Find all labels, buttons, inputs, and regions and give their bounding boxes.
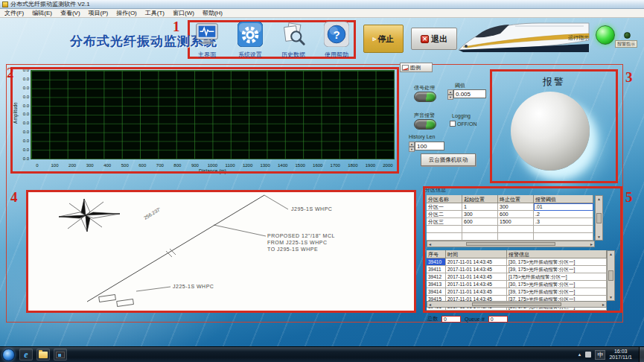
- menu-item[interactable]: 项目(P): [89, 9, 109, 17]
- window-title: 分布式光纤振动监测软件 V2.1: [10, 0, 90, 8]
- tray-status-icon[interactable]: [585, 352, 591, 358]
- tool-label: 历史数据: [281, 51, 305, 59]
- annotation-number-1: 1: [173, 19, 180, 35]
- logging-checkbox[interactable]: OFF/ON: [450, 121, 476, 127]
- main-screen-button[interactable]: 主界面: [190, 22, 224, 57]
- logging-label: Logging: [452, 113, 471, 118]
- system-tray: ▲ 中 16:03 2017/11/1: [577, 347, 644, 362]
- annotation-number-4: 4: [10, 189, 18, 206]
- language-indicator[interactable]: 中: [595, 350, 605, 360]
- count-label: 总数: [427, 315, 438, 323]
- menu-bar: 文件(F)编辑(E)查看(V)项目(P)操作(O)工具(T)窗口(W)帮助(H): [0, 9, 644, 18]
- menu-item[interactable]: 操作(O): [116, 9, 137, 17]
- tool-label: 使用帮助: [325, 51, 348, 59]
- threshold-spinner[interactable]: ▲▼: [447, 89, 453, 98]
- threshold-label: 阈值: [455, 82, 465, 89]
- annotation-number-5: 5: [625, 189, 633, 206]
- taskbar-ie-button[interactable]: e: [19, 349, 33, 361]
- taskbar: e ▲ 中 16:03 2017/11/1: [0, 346, 644, 362]
- queue-value: 0: [488, 316, 508, 323]
- menu-item[interactable]: 窗口(W): [173, 9, 194, 17]
- history-len-label: History Len: [409, 134, 435, 139]
- waveform-monitor-icon: [194, 22, 220, 50]
- stop-button[interactable]: ▹ 停止: [363, 25, 404, 53]
- svg-text:?: ?: [333, 28, 339, 41]
- history-len-input[interactable]: 100: [415, 142, 444, 150]
- annotation-number-2: 2: [7, 65, 14, 81]
- signal-led-switch[interactable]: [414, 92, 436, 102]
- title-bar[interactable]: 分布式光纤振动监测软件 V2.1: [0, 0, 644, 9]
- queue-label: Queue #: [465, 317, 485, 322]
- run-led-label: 运行指示: [568, 34, 589, 42]
- exit-x-icon: ✕: [421, 35, 429, 43]
- alarm-led-label: 报警指示: [615, 40, 637, 48]
- history-search-icon: [281, 22, 306, 50]
- exit-button[interactable]: ✕ 退出: [411, 28, 457, 50]
- signal-led-label: 信号处理: [414, 84, 435, 92]
- camera-link-button[interactable]: 云台摄像机联动: [421, 153, 476, 166]
- folder-icon: [39, 352, 48, 358]
- history-len-spinner[interactable]: ▲▼: [409, 142, 415, 150]
- start-button[interactable]: [2, 349, 15, 361]
- menu-item[interactable]: 帮助(H): [203, 9, 223, 17]
- system-settings-button[interactable]: 系统设置: [233, 22, 267, 57]
- tool-label: 主界面: [198, 51, 216, 59]
- clock-time: 16:03: [609, 349, 632, 355]
- show-desktop-button[interactable]: [639, 347, 644, 362]
- app-window-icon: [56, 352, 65, 358]
- sound-led-switch[interactable]: [414, 119, 436, 130]
- threshold-control: ▲▼ 0.005: [447, 89, 486, 98]
- annotation-box-4: [26, 190, 416, 313]
- menu-item[interactable]: 工具(T): [145, 9, 165, 17]
- annotation-box-3: [490, 69, 618, 183]
- taskbar-explorer-button[interactable]: [36, 349, 50, 361]
- alarm-counters: 总数 0 Queue # 0: [427, 315, 508, 323]
- legend-button[interactable]: 图例: [400, 63, 433, 72]
- tool-label: 系统设置: [238, 51, 262, 59]
- help-icon: ?: [324, 22, 349, 50]
- menu-item[interactable]: 查看(V): [60, 9, 80, 17]
- app-icon: [2, 1, 8, 7]
- stop-arrow-icon: ▹: [373, 35, 377, 42]
- annotation-box-5: [423, 186, 622, 313]
- ie-icon: e: [24, 349, 28, 361]
- tray-expand-icon[interactable]: ▲: [577, 352, 581, 357]
- count-value: 0: [441, 316, 461, 323]
- annotation-box-2: [10, 67, 399, 174]
- annotation-number-3: 3: [625, 69, 633, 86]
- toolbar: 主界面 系统设置: [190, 22, 354, 57]
- clock-date: 2017/11/1: [609, 355, 632, 361]
- gear-icon: [237, 22, 263, 50]
- run-led: [596, 25, 615, 45]
- legend-plot-icon: [402, 65, 409, 71]
- menu-item[interactable]: 编辑(E): [32, 9, 52, 17]
- taskbar-app-button[interactable]: [54, 349, 67, 361]
- history-len-control: ▲▼ 100: [409, 142, 444, 150]
- threshold-input[interactable]: 0.005: [453, 89, 486, 98]
- menu-item[interactable]: 文件(F): [4, 9, 24, 17]
- sound-led-label: 声音报警: [414, 112, 435, 119]
- history-data-button[interactable]: 历史数据: [276, 22, 310, 57]
- alarm-led-small: [624, 32, 631, 39]
- taskbar-clock[interactable]: 16:03 2017/11/1: [609, 349, 632, 361]
- checkbox-icon: [450, 121, 456, 127]
- help-button[interactable]: ? 使用帮助: [319, 22, 354, 57]
- app-window: 分布式光纤振动监测软件 V2.1 文件(F)编辑(E)查看(V)项目(P)操作(…: [0, 0, 644, 362]
